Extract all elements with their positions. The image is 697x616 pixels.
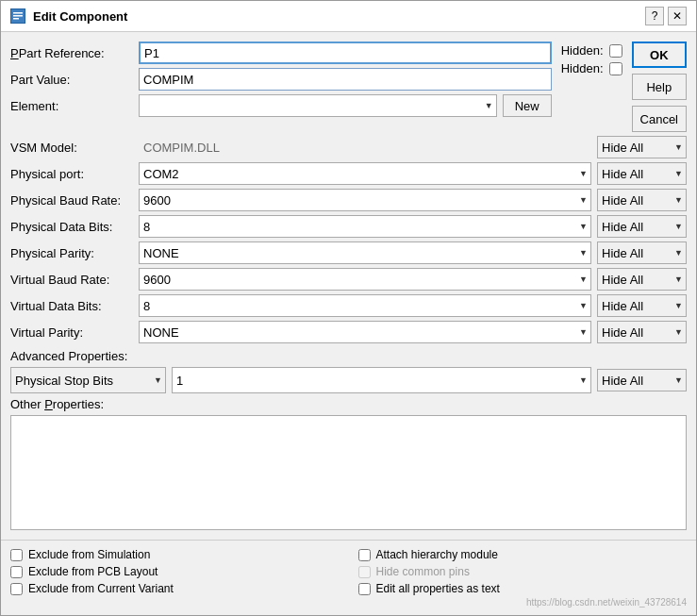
physical-port-select[interactable]: COM2COM1COM3COM4 — [139, 162, 591, 185]
virtual-baud-label: Virtual Baud Rate: — [10, 273, 133, 287]
virtual-parity-select[interactable]: NONEODDEVENMARKSPACE — [139, 321, 591, 343]
virtual-baud-select[interactable]: 9600120024004800192003840057600115200 — [139, 268, 591, 291]
physical-port-hide-wrapper: Hide All Show All — [597, 162, 687, 185]
physical-data-select[interactable]: 8567 — [139, 215, 591, 238]
exclude-simulation-label: Exclude from Simulation — [28, 548, 150, 561]
advanced-hide-wrapper: Hide All Show All — [597, 369, 687, 391]
virtual-data-select[interactable]: 8567 — [139, 294, 591, 317]
ok-button[interactable]: OK — [632, 42, 687, 68]
physical-parity-hide-select[interactable]: Hide All Show All — [597, 241, 687, 264]
exclude-variant-checkbox[interactable] — [10, 583, 23, 595]
edit-component-dialog: Edit Component ? ✕ PPart Reference: — [0, 0, 697, 616]
advanced-property-wrapper: Physical Stop Bits — [10, 367, 166, 393]
attach-hierarchy-checkbox[interactable] — [358, 549, 371, 561]
exclude-variant-item: Exclude from Current Variant — [10, 582, 340, 595]
hide-common-pins-item: Hide common pins — [358, 565, 688, 578]
virtual-parity-row: Virtual Parity: NONEODDEVENMARKSPACE Hid… — [10, 321, 687, 343]
part-reference-row: PPart Reference: — [10, 42, 552, 64]
vsm-model-row: VSM Model: COMPIM.DLL Hide All Show All — [10, 136, 687, 158]
bottom-section: Exclude from Simulation Attach hierarchy… — [1, 540, 696, 615]
hidden1-row: Hidden: — [561, 43, 622, 58]
help-button[interactable]: Help — [632, 74, 687, 100]
title-controls: ? ✕ — [645, 7, 687, 25]
virtual-data-hide-wrapper: Hide All Show All — [597, 294, 687, 317]
help-title-btn[interactable]: ? — [645, 7, 664, 25]
part-value-input[interactable] — [139, 68, 552, 91]
physical-parity-select[interactable]: NONEODDEVENMARKSPACE — [139, 241, 591, 264]
vsm-model-value: COMPIM.DLL — [139, 136, 591, 158]
element-select[interactable] — [139, 94, 497, 117]
other-textarea[interactable] — [10, 415, 687, 530]
virtual-parity-wrapper: NONEODDEVENMARKSPACE — [139, 321, 591, 343]
hidden1-checkbox[interactable] — [609, 44, 622, 58]
hidden1-label: Hidden: — [561, 43, 604, 58]
exclude-simulation-checkbox[interactable] — [10, 549, 23, 561]
physical-port-row: Physical port: COM2COM1COM3COM4 Hide All… — [10, 162, 687, 185]
title-bar: Edit Component ? ✕ — [1, 1, 696, 32]
physical-data-wrapper: 8567 — [139, 215, 591, 238]
edit-properties-label: Edit all properties as text — [376, 582, 500, 595]
physical-data-row: Physical Data Bits: 8567 Hide All Show A… — [10, 215, 687, 238]
dialog-icon — [10, 8, 25, 24]
advanced-value-select[interactable]: 12 — [172, 367, 591, 393]
element-row: Element: New — [10, 94, 552, 117]
advanced-hide-select[interactable]: Hide All Show All — [597, 369, 687, 391]
exclude-pcb-label: Exclude from PCB Layout — [28, 565, 158, 578]
physical-data-hide-select[interactable]: Hide All Show All — [597, 215, 687, 238]
virtual-baud-wrapper: 9600120024004800192003840057600115200 — [139, 268, 591, 291]
hide-common-pins-checkbox — [358, 566, 371, 578]
exclude-simulation-item: Exclude from Simulation — [10, 548, 340, 561]
physical-port-wrapper: COM2COM1COM3COM4 — [139, 162, 591, 185]
physical-parity-row: Physical Parity: NONEODDEVENMARKSPACE Hi… — [10, 241, 687, 264]
attach-hierarchy-item: Attach hierarchy module — [358, 548, 688, 561]
part-value-label: Part Value: — [10, 73, 133, 87]
physical-baud-row: Physical Baud Rate: 96001200240048001920… — [10, 189, 687, 211]
virtual-data-label: Virtual Data Bits: — [10, 299, 133, 313]
vsm-model-label: VSM Model: — [10, 141, 133, 155]
virtual-parity-label: Virtual Parity: — [10, 325, 133, 340]
other-section: Other Properties: — [10, 397, 687, 530]
svg-rect-3 — [13, 18, 19, 20]
advanced-property-select[interactable]: Physical Stop Bits — [10, 367, 166, 393]
virtual-baud-hide-wrapper: Hide All Show All — [597, 268, 687, 291]
edit-properties-checkbox[interactable] — [358, 583, 371, 595]
cancel-button[interactable]: Cancel — [632, 106, 687, 132]
virtual-data-wrapper: 8567 — [139, 294, 591, 317]
advanced-value-wrapper: 12 — [172, 367, 591, 393]
attach-hierarchy-label: Attach hierarchy module — [376, 548, 498, 561]
physical-parity-wrapper: NONEODDEVENMARKSPACE — [139, 241, 591, 264]
physical-baud-wrapper: 9600120024004800192003840057600115200 — [139, 189, 591, 211]
part-reference-input[interactable] — [139, 42, 552, 64]
main-form: PPart Reference: Part Value: Element: — [10, 42, 687, 530]
virtual-baud-hide-select[interactable]: Hide All Show All — [597, 268, 687, 291]
physical-baud-select[interactable]: 9600120024004800192003840057600115200 — [139, 189, 591, 211]
physical-baud-label: Physical Baud Rate: — [10, 193, 133, 208]
checkboxes-row: Exclude from Simulation Attach hierarchy… — [10, 548, 687, 595]
hide-common-pins-label: Hide common pins — [376, 565, 470, 578]
virtual-baud-row: Virtual Baud Rate: 960012002400480019200… — [10, 268, 687, 291]
virtual-data-hide-select[interactable]: Hide All Show All — [597, 294, 687, 317]
exclude-pcb-item: Exclude from PCB Layout — [10, 565, 340, 578]
physical-baud-hide-wrapper: Hide All Show All — [597, 189, 687, 211]
hidden2-checkbox[interactable] — [609, 62, 622, 75]
physical-port-hide-select[interactable]: Hide All Show All — [597, 162, 687, 185]
physical-data-hide-wrapper: Hide All Show All — [597, 215, 687, 238]
vsm-hide-select[interactable]: Hide All Show All — [597, 136, 687, 158]
right-buttons: OK Help Cancel — [632, 42, 687, 132]
close-title-btn[interactable]: ✕ — [668, 7, 687, 25]
hidden2-row: Hidden: — [561, 61, 622, 75]
exclude-variant-label: Exclude from Current Variant — [28, 582, 174, 595]
physical-port-label: Physical port: — [10, 167, 133, 181]
watermark: https://blog.csdn.net/weixin_43728614 — [10, 597, 687, 608]
virtual-data-row: Virtual Data Bits: 8567 Hide All Show Al… — [10, 294, 687, 317]
physical-baud-hide-select[interactable]: Hide All Show All — [597, 189, 687, 211]
vsm-hide-wrapper: Hide All Show All — [597, 136, 687, 158]
advanced-label: Advanced Properties: — [10, 349, 687, 363]
exclude-pcb-checkbox[interactable] — [10, 566, 23, 578]
other-label: Other Properties: — [10, 397, 687, 411]
part-reference-label: PPart Reference: — [10, 46, 133, 60]
advanced-section: Advanced Properties: Physical Stop Bits … — [10, 349, 687, 393]
new-button[interactable]: New — [503, 94, 552, 117]
virtual-parity-hide-select[interactable]: Hide All Show All — [597, 321, 687, 343]
element-label: Element: — [10, 99, 133, 113]
